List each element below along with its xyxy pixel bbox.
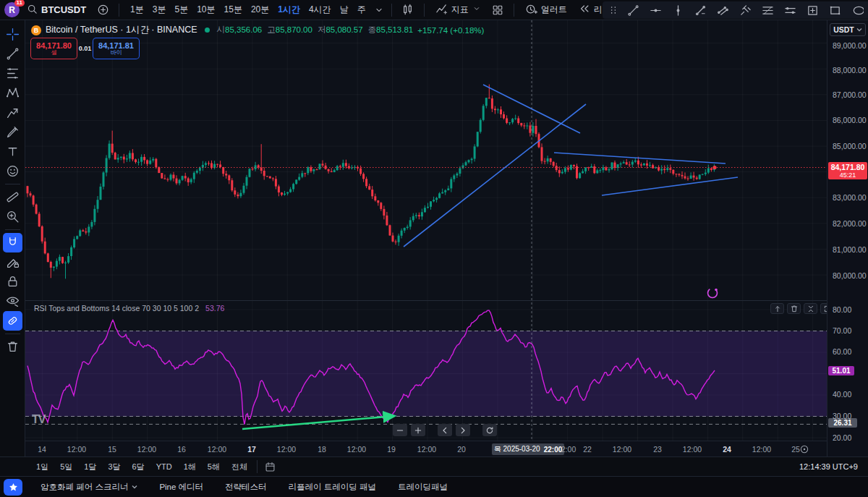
axis-price-label: 83,000.00 — [833, 193, 867, 202]
scroll-right-button[interactable] — [456, 424, 470, 436]
bottom-tab-3[interactable]: 전략테스터 — [215, 477, 277, 497]
bottom-tab-4[interactable]: 리플레이 트레이딩 패널 — [278, 477, 386, 497]
calendar-icon[interactable] — [261, 458, 276, 475]
pitchfork-tool[interactable] — [737, 1, 753, 19]
compare-add-symbol-icon[interactable] — [93, 1, 112, 19]
currency-toggle-button[interactable]: USDT — [830, 23, 866, 36]
sidebar-tool-hide-all[interactable] — [3, 292, 22, 311]
sidebar-tool-trend-line[interactable] — [3, 44, 22, 64]
sidebar-tool-crosshair[interactable] — [3, 25, 22, 44]
sidebar-tool-drawing-lock[interactable] — [3, 252, 22, 272]
buy-button[interactable]: 84,171.81 바이 — [93, 38, 140, 59]
chart-area[interactable]: B Bitcoin / TetherUS · 1시간 · BINANCE 시85… — [25, 20, 827, 441]
chart-type-icon[interactable] — [399, 1, 417, 19]
alert-button[interactable]: 얼러트 — [521, 1, 571, 19]
sidebar-tool-xabcd-pattern[interactable] — [3, 83, 22, 103]
scroll-left-button[interactable] — [438, 424, 452, 436]
last-price-dot — [712, 166, 716, 169]
timeframe-주[interactable]: 주 — [353, 1, 370, 19]
legend-title[interactable]: Bitcoin / TetherUS · 1시간 · BINANCE — [46, 24, 197, 36]
sidebar-tool-remove-all[interactable] — [3, 337, 22, 357]
zoom-in-button[interactable] — [411, 424, 425, 436]
sidebar-tool-lock-all[interactable] — [3, 272, 22, 292]
trend-line-drawing[interactable] — [554, 153, 726, 163]
ruler-icon — [6, 190, 20, 204]
sell-button[interactable]: 84,171.80 셀 — [30, 38, 77, 59]
sidebar-tool-text[interactable] — [3, 142, 22, 161]
reset-chart-button[interactable] — [482, 424, 497, 436]
timeframe-5분[interactable]: 5분 — [170, 1, 192, 19]
fib-retracement-tool[interactable] — [760, 1, 775, 19]
sidebar-tool-magnet[interactable] — [3, 233, 22, 252]
axis-time-label: 14 — [38, 445, 46, 454]
range-1일-button[interactable]: 1일 — [30, 457, 54, 476]
symbol-search-button[interactable]: BTCUSDT — [22, 1, 90, 19]
sidebar-tool-sync-link[interactable] — [3, 311, 22, 331]
scroll-to-realtime-icon[interactable] — [799, 444, 810, 455]
layout-grid-icon[interactable] — [488, 1, 507, 19]
drag-handle-icon[interactable] — [608, 1, 618, 19]
range-5일-button[interactable]: 5일 — [54, 457, 78, 476]
trend-line-drawing[interactable] — [404, 104, 586, 247]
axis-price-label: 82,000.00 — [833, 219, 867, 228]
range-1달-button[interactable]: 1달 — [78, 457, 102, 476]
divider — [391, 4, 392, 17]
price-axis[interactable]: USDT 84,171.80 45:21 51.01 26.31 89,000.… — [827, 20, 868, 456]
sidebar-tool-fib-lines[interactable] — [3, 64, 22, 83]
watchlist-star-button[interactable] — [4, 479, 22, 496]
sidebar-tool-zoom-in[interactable] — [3, 207, 22, 226]
sidebar-tool-forecast[interactable] — [3, 103, 22, 122]
ellipse-tool[interactable] — [849, 1, 865, 19]
timeframe-20분[interactable]: 20분 — [247, 1, 273, 19]
vertical-line-tool[interactable] — [670, 1, 686, 19]
rsi-arrow-drawing[interactable] — [242, 416, 394, 429]
axis-time-label: 22 — [583, 445, 592, 454]
chevron-down-icon[interactable] — [373, 1, 385, 19]
sidebar-tool-brush[interactable] — [3, 122, 22, 142]
timeframe-1시간[interactable]: 1시간 — [273, 1, 305, 19]
move-pane-up-button[interactable] — [770, 303, 784, 314]
emoji-icon — [6, 164, 20, 178]
horizontal-line-tool[interactable] — [647, 1, 663, 19]
fib-channel-tool[interactable] — [782, 1, 798, 19]
clock-utc[interactable]: 12:14:39 UTC+9 — [799, 462, 858, 471]
price-rsi-chart[interactable] — [25, 20, 827, 441]
time-axis[interactable]: 목 2025-03-20 22:00 1412:001512:001612:00… — [25, 441, 827, 456]
alert-label: 얼러트 — [541, 4, 567, 16]
range-전체-button[interactable]: 전체 — [226, 457, 253, 476]
chevron-down-icon — [472, 4, 481, 13]
bottom-tab-5[interactable]: 트레이딩패널 — [388, 477, 458, 497]
zoom-out-button[interactable] — [393, 424, 407, 436]
rectangle-tool[interactable] — [827, 1, 843, 19]
trend-line-tool[interactable] — [625, 1, 641, 19]
range-5해-button[interactable]: 5해 — [202, 457, 226, 476]
timeframe-1분[interactable]: 1분 — [126, 1, 148, 19]
anchored-rect-tool[interactable] — [804, 1, 820, 19]
trend-line-drawing[interactable] — [602, 177, 738, 195]
sidebar-tool-ruler[interactable] — [3, 187, 22, 207]
timeframe-4시간[interactable]: 4시간 — [305, 1, 336, 19]
user-avatar[interactable]: R 11 — [4, 2, 20, 17]
timeframe-3분[interactable]: 3분 — [148, 1, 171, 19]
axis-time-label: 24 — [723, 445, 731, 454]
bottom-tab-2[interactable]: Pine 에디터 — [149, 477, 213, 497]
collapse-pane-button[interactable] — [804, 303, 817, 314]
sidebar-tool-emoji[interactable] — [3, 161, 22, 181]
bottom-tab-1[interactable]: 암호화폐 페어 스크리너 — [30, 477, 148, 497]
timeframe-10분[interactable]: 10분 — [192, 1, 219, 19]
axis-time-label: 23 — [653, 445, 662, 454]
timeframe-15분[interactable]: 15분 — [220, 1, 247, 19]
delete-pane-button[interactable] — [787, 303, 801, 314]
rsi-legend[interactable]: RSI Tops and Bottoms 14 close 70 30 10 5… — [34, 304, 224, 313]
range-3달-button[interactable]: 3달 — [102, 457, 126, 476]
date-range-bar: 1일5일1달3달6달YTD1해5해전체 12:14:39 UTC+9 — [0, 456, 868, 476]
timeframe-날[interactable]: 날 — [336, 1, 353, 19]
maximize-pane-button[interactable] — [820, 303, 827, 314]
range-6달-button[interactable]: 6달 — [127, 457, 150, 476]
range-YTD-button[interactable]: YTD — [150, 457, 178, 476]
indicators-button[interactable]: 지표 — [431, 1, 485, 19]
parallel-channel-tool[interactable] — [715, 1, 731, 19]
range-1해-button[interactable]: 1해 — [178, 457, 202, 476]
info-line-tool[interactable] — [692, 1, 708, 19]
pane-loading-spinner-icon — [708, 289, 718, 298]
